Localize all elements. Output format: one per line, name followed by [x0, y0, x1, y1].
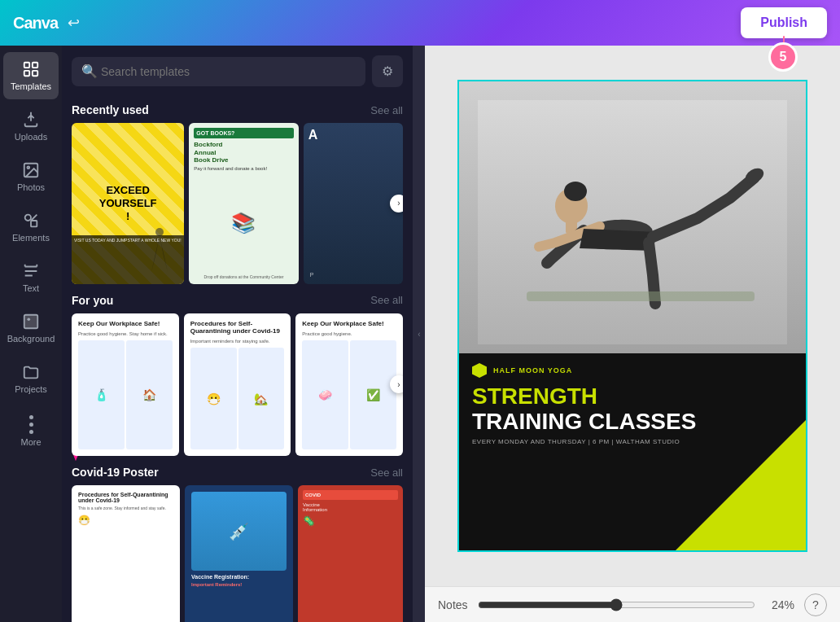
exceed-text: EXCEEDYOURSELF! [99, 184, 157, 222]
panel-scroll: Recently used See all EXCEEDYOURSELF! VI [62, 94, 413, 622]
sidebar-item-templates[interactable]: Templates [3, 52, 59, 99]
canvas-scroll: HALF MOON YOGA STRENGTH TRAINING CLASSES… [425, 46, 840, 586]
for-you-header: For you See all [72, 294, 403, 307]
sidebar-item-elements[interactable]: Elements [3, 204, 59, 251]
recently-used-title: Recently used [72, 103, 149, 116]
svg-rect-0 [24, 63, 29, 68]
covid-card-2[interactable]: 💉 Vaccine Registration: Important Remind… [185, 485, 293, 622]
book-title: BockfordAnnualBook Drive [194, 141, 293, 164]
publish-button[interactable]: Publish [741, 7, 827, 38]
dot-2 [29, 423, 33, 427]
elements-icon [22, 212, 40, 230]
notes-slider[interactable] [478, 598, 755, 611]
covid-card-1[interactable]: Procedures for Self-Quarantining under C… [72, 485, 180, 622]
poster-logo-text: HALF MOON YOGA [493, 366, 572, 375]
more-section: More [20, 415, 41, 447]
for-you-card-2-images: 😷 🏡 [190, 348, 285, 449]
canvas-area: HALF MOON YOGA STRENGTH TRAINING CLASSES… [425, 46, 840, 622]
covid-header: Covid-19 Poster See all [72, 466, 403, 479]
svg-point-15 [564, 182, 587, 201]
undo-button[interactable]: ↩ [68, 14, 80, 32]
svg-rect-8 [24, 315, 38, 329]
help-button[interactable]: ? [804, 594, 827, 616]
zoom-percentage: 24% [772, 598, 794, 611]
sidebar-label-photos: Photos [17, 182, 45, 192]
filter-button[interactable]: ⚙ [372, 55, 403, 87]
search-input[interactable] [72, 57, 365, 86]
folder-icon [22, 363, 40, 381]
more-dots [20, 415, 41, 434]
background-icon [22, 313, 40, 331]
svg-rect-1 [33, 63, 37, 68]
recently-used-next-arrow[interactable]: › [390, 195, 403, 212]
for-you-card-3[interactable]: Keep Our Workplace Safe! Practice good h… [295, 313, 403, 457]
for-you-card-1[interactable]: Keep Our Workplace Safe! Practice good h… [72, 313, 179, 457]
sidebar-item-text[interactable]: Text [3, 254, 59, 301]
svg-rect-3 [33, 71, 37, 76]
poster-logo-icon [472, 363, 487, 378]
sidebar-item-photos[interactable]: Photos [3, 153, 59, 200]
for-you-card-3-title: Keep Our Workplace Safe! [302, 320, 396, 327]
topbar: Canva ↩ Publish 5 [0, 0, 840, 46]
covid-see-all[interactable]: See all [370, 466, 403, 479]
dark-card-content: A P [304, 123, 403, 147]
for-you-card-1-images: 🧴 🏠 [78, 340, 173, 449]
sidebar-label-templates: Templates [11, 81, 51, 91]
image-icon [22, 161, 40, 179]
covid-title: Covid-19 Poster [72, 466, 159, 479]
search-input-wrap: 🔍 [72, 57, 365, 86]
for-you-next-arrow[interactable]: › [390, 375, 403, 393]
recently-used-see-all[interactable]: See all [370, 104, 403, 116]
covid-card-3[interactable]: COVID VaccineInformation 🦠 [298, 485, 403, 622]
poster-accent-triangle [676, 420, 806, 550]
for-you-card-2-title: Procedures for Self-Quarantining under C… [190, 320, 285, 335]
more-label[interactable]: More [20, 437, 41, 447]
book-footer: Drop off donations at the Community Cent… [194, 274, 293, 279]
panel-collapse-handle[interactable]: ‹ [413, 46, 425, 622]
for-you-title: For you [72, 294, 113, 307]
sidebar-label-background: Background [7, 334, 55, 344]
icon-sidebar: Templates Uploads Photos Elements [0, 46, 62, 622]
step-badge: 5 [768, 42, 798, 72]
for-you-card-1-title: Keep Our Workplace Safe! [78, 320, 173, 327]
template-card-book[interactable]: GOT BOOKS? BockfordAnnualBook Drive Pay … [189, 123, 298, 284]
for-you-grid: Keep Our Workplace Safe! Practice good h… [72, 313, 403, 457]
vaccine-image: 💉 [191, 492, 287, 571]
yoga-figure-svg [478, 100, 787, 344]
svg-point-5 [27, 166, 29, 169]
template-card-exceed[interactable]: EXCEEDYOURSELF! VISIT US TODAY AND JUMPS… [72, 123, 184, 284]
poster-photo-bg [459, 81, 806, 363]
svg-point-6 [25, 215, 31, 221]
sidebar-item-projects[interactable]: Projects [3, 355, 59, 402]
recently-used-header: Recently used See all [72, 103, 403, 116]
sidebar-label-text: Text [23, 283, 39, 293]
sidebar-item-uploads[interactable]: Uploads [3, 103, 59, 150]
notes-bar: Notes 24% ? [425, 586, 840, 622]
book-image: 📚 [194, 173, 293, 274]
svg-rect-7 [31, 221, 37, 226]
poster-photo [459, 81, 806, 363]
templates-panel: 🔍 ⚙ Recently used See all EXCEEDYOURSELF… [62, 46, 413, 622]
search-icon: 🔍 [81, 64, 98, 79]
dot-3 [29, 430, 33, 434]
for-you-see-all[interactable]: See all [370, 294, 403, 306]
book-header: GOT BOOKS? [194, 128, 293, 138]
sidebar-label-projects: Projects [15, 384, 47, 394]
collapse-arrow: ‹ [418, 330, 420, 339]
template-card-dark[interactable]: A P [304, 123, 403, 284]
book-subtitle: Pay it forward and donate a book! [194, 166, 293, 171]
sidebar-item-background[interactable]: Background [3, 304, 59, 352]
svg-rect-2 [24, 71, 29, 76]
notes-label: Notes [438, 598, 468, 611]
covid-grid: Procedures for Self-Quarantining under C… [72, 485, 403, 622]
design-poster[interactable]: HALF MOON YOGA STRENGTH TRAINING CLASSES… [457, 80, 807, 552]
exceed-footer: VISIT US TODAY AND JUMPSTART A WHOLE NEW… [72, 235, 184, 283]
notes-slider-wrap [478, 598, 755, 611]
recently-used-grid: EXCEEDYOURSELF! VISIT US TODAY AND JUMPS… [72, 123, 403, 284]
search-bar: 🔍 ⚙ [62, 46, 413, 94]
grid-icon [22, 60, 40, 78]
for-you-card-2[interactable]: Procedures for Self-Quarantining under C… [184, 313, 291, 457]
sidebar-label-uploads: Uploads [15, 132, 47, 142]
upload-icon [22, 111, 40, 129]
topbar-left: Canva ↩ [13, 14, 80, 33]
